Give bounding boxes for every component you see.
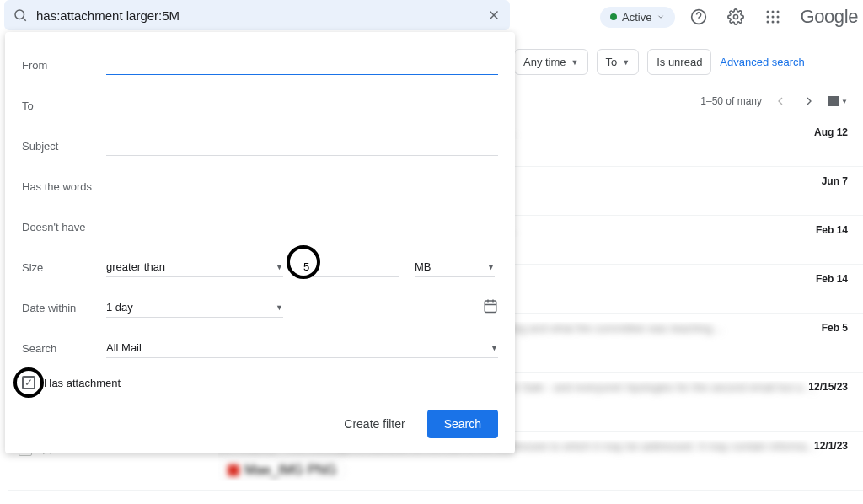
caret-down-icon: ▼ bbox=[276, 263, 283, 271]
svg-line-1 bbox=[23, 18, 25, 20]
has-attachment-checkbox[interactable] bbox=[22, 376, 35, 389]
svg-point-9 bbox=[777, 11, 780, 13]
svg-point-13 bbox=[767, 21, 769, 24]
caret-down-icon: ▼ bbox=[571, 58, 579, 67]
label-date-within: Date within bbox=[22, 302, 106, 314]
label-size: Size bbox=[22, 261, 106, 274]
search-input[interactable] bbox=[28, 8, 486, 23]
search-in-select[interactable]: All Mail▼ bbox=[106, 338, 498, 358]
from-input[interactable] bbox=[106, 55, 498, 75]
advanced-search-panel: From To Subject Has the words Doesn't ha… bbox=[5, 32, 515, 453]
doesnt-have-input[interactable] bbox=[106, 217, 498, 237]
label-from: From bbox=[22, 59, 106, 72]
svg-point-7 bbox=[767, 11, 769, 13]
mail-date: 12/15/23 bbox=[808, 381, 848, 393]
caret-down-icon: ▼ bbox=[490, 344, 498, 352]
density-toggle[interactable]: ▼ bbox=[828, 91, 848, 111]
svg-point-14 bbox=[772, 21, 775, 24]
label-has-words: Has the words bbox=[22, 180, 106, 193]
help-button[interactable] bbox=[685, 3, 712, 30]
search-button[interactable]: Search bbox=[427, 410, 498, 438]
mail-date: 12/1/23 bbox=[814, 440, 848, 452]
status-label: Active bbox=[622, 11, 651, 24]
page-prev-button[interactable] bbox=[770, 91, 791, 111]
to-input[interactable] bbox=[106, 95, 498, 115]
pdf-icon bbox=[228, 464, 239, 476]
mail-date: Jun 7 bbox=[822, 175, 848, 187]
chevron-down-icon bbox=[657, 11, 665, 24]
subject-input[interactable] bbox=[106, 136, 498, 156]
svg-point-8 bbox=[772, 11, 775, 13]
mail-date: Aug 12 bbox=[814, 126, 848, 138]
mail-date: Feb 14 bbox=[816, 224, 848, 236]
has-attachment-label: Has attachment bbox=[44, 377, 121, 389]
chip-to[interactable]: To▼ bbox=[597, 49, 640, 75]
status-chip[interactable]: Active bbox=[600, 7, 675, 28]
caret-down-icon: ▼ bbox=[276, 303, 283, 312]
mail-date: Feb 5 bbox=[822, 322, 848, 334]
clear-icon[interactable] bbox=[486, 8, 501, 23]
settings-button[interactable] bbox=[722, 3, 749, 30]
size-value-input[interactable] bbox=[298, 257, 399, 277]
search-bar[interactable] bbox=[4, 0, 510, 30]
date-within-select[interactable]: 1 day▼ bbox=[106, 298, 283, 318]
calendar-icon[interactable] bbox=[483, 298, 498, 317]
label-search: Search bbox=[22, 342, 106, 355]
page-range: 1–50 of many bbox=[700, 95, 762, 107]
chip-any-time[interactable]: Any time▼ bbox=[514, 49, 588, 75]
svg-rect-23 bbox=[485, 301, 496, 313]
create-filter-button[interactable]: Create filter bbox=[335, 410, 413, 437]
size-unit-select[interactable]: MB▼ bbox=[415, 257, 495, 277]
label-subject: Subject bbox=[22, 140, 106, 153]
attachment-chip[interactable]: Mae_IMG PNG bbox=[218, 459, 346, 481]
chip-is-unread[interactable]: Is unread bbox=[647, 49, 711, 75]
svg-point-12 bbox=[777, 16, 780, 19]
label-doesnt-have: Doesn't have bbox=[22, 221, 106, 233]
label-to: To bbox=[22, 99, 106, 112]
svg-point-11 bbox=[772, 16, 775, 19]
svg-point-15 bbox=[777, 21, 780, 24]
logo: Google bbox=[800, 6, 858, 28]
advanced-search-link[interactable]: Advanced search bbox=[720, 56, 804, 68]
svg-point-0 bbox=[15, 10, 24, 19]
status-dot-icon bbox=[610, 13, 617, 20]
has-words-input[interactable] bbox=[106, 177, 498, 196]
caret-down-icon: ▼ bbox=[622, 58, 630, 67]
apps-button[interactable] bbox=[759, 3, 786, 30]
svg-point-10 bbox=[767, 16, 769, 19]
svg-point-6 bbox=[734, 15, 738, 19]
caret-down-icon: ▼ bbox=[487, 263, 495, 271]
page-next-button[interactable] bbox=[799, 91, 819, 111]
size-operator-select[interactable]: greater than▼ bbox=[106, 257, 283, 277]
mail-date: Feb 14 bbox=[816, 273, 848, 285]
search-icon bbox=[13, 8, 28, 23]
